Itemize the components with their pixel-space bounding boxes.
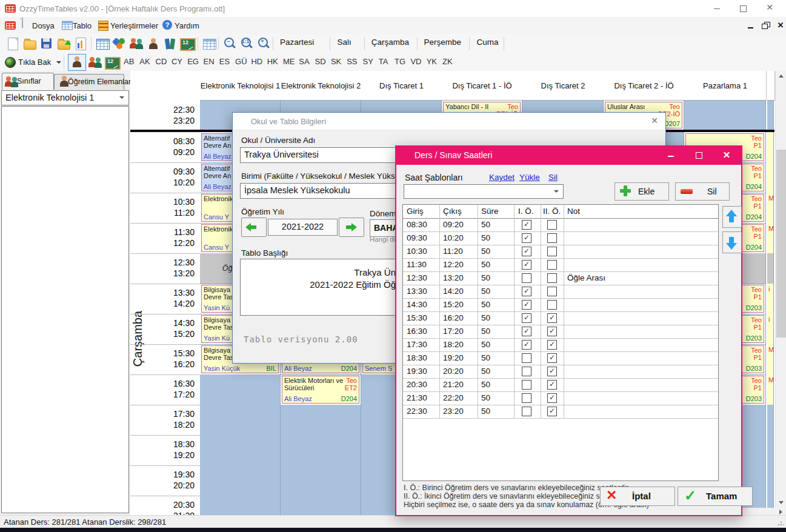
timetable-cell[interactable]: Elektrik Motorları veSürücüleriTeoET2Ali…: [281, 374, 361, 405]
hours-row[interactable]: 13:3014:2050✓: [403, 285, 718, 299]
first-education-checkbox[interactable]: ✓: [522, 247, 531, 256]
class-list[interactable]: [1, 106, 129, 513]
dialog-minimize-button[interactable]: [662, 148, 680, 162]
menu-yerlestirmeler[interactable]: Yerleştirmeler: [98, 19, 171, 32]
view-code-SK[interactable]: SK: [331, 57, 341, 66]
first-education-checkbox[interactable]: ✓: [522, 340, 531, 350]
dialog-close-icon[interactable]: ✕: [648, 116, 661, 125]
save-button[interactable]: [39, 36, 55, 52]
load-template-link[interactable]: Yükle: [519, 173, 540, 182]
timetable-cell-partial[interactable]: M: [767, 223, 774, 254]
timetable-cell-partial[interactable]: i: [767, 314, 774, 345]
move-down-button[interactable]: [722, 231, 742, 253]
second-education-checkbox[interactable]: ✓: [547, 313, 557, 323]
close-button[interactable]: ✕: [759, 0, 780, 17]
tab-siniflar[interactable]: Sınıflar: [2, 73, 54, 90]
view-code-ES[interactable]: ES: [219, 57, 230, 66]
view-code-YK[interactable]: YK: [427, 57, 437, 66]
hours-row[interactable]: 11:3012:2050✓: [403, 258, 718, 272]
mdi-close-button[interactable]: ✕: [774, 21, 786, 30]
scrollbar-thumb[interactable]: [776, 150, 786, 337]
first-education-checkbox[interactable]: ✓: [522, 300, 531, 310]
view-code-SA[interactable]: SA: [299, 57, 309, 66]
timetable-cell[interactable]: [684, 101, 766, 130]
teacher-view-button[interactable]: [68, 54, 86, 71]
first-education-checkbox[interactable]: ✓: [522, 220, 531, 230]
day-button-3[interactable]: Çarşamba: [369, 38, 411, 47]
class-view-button[interactable]: [87, 55, 102, 68]
view-code-CD[interactable]: CD: [156, 57, 167, 66]
hours-row[interactable]: 20:3021:2050✓: [403, 378, 718, 392]
save-as-button[interactable]: [56, 36, 72, 52]
hours-row[interactable]: 21:3022:2050✓: [403, 391, 718, 405]
second-education-checkbox[interactable]: ✓: [547, 407, 557, 416]
second-education-checkbox[interactable]: [547, 247, 557, 256]
zoom-reset-button[interactable]: 1:1: [239, 36, 255, 52]
second-education-checkbox[interactable]: [547, 287, 557, 296]
delete-template-link[interactable]: Sil: [548, 173, 558, 182]
view-code-VD[interactable]: VD: [410, 57, 421, 66]
view-code-EN[interactable]: EN: [204, 57, 215, 66]
zoom-out-button[interactable]: –: [222, 36, 238, 52]
day-button-4[interactable]: Perşembe: [422, 38, 464, 47]
year-prev-button[interactable]: [241, 218, 267, 237]
view-code-TA[interactable]: TA: [379, 57, 388, 66]
view-code-AB[interactable]: AB: [124, 57, 134, 66]
first-education-checkbox[interactable]: [522, 273, 531, 283]
day-button-1[interactable]: Pazartesi: [278, 38, 316, 47]
timetable-cell[interactable]: [281, 435, 361, 466]
placements-button[interactable]: [112, 36, 127, 52]
menu-yardim[interactable]: ? Yardım: [162, 19, 211, 32]
view-code-TG[interactable]: TG: [395, 57, 405, 66]
timetable-cell[interactable]: [200, 405, 281, 436]
hours-row[interactable]: 08:3009:2050✓: [403, 218, 718, 232]
first-education-checkbox[interactable]: ✓: [522, 233, 531, 243]
menu-dosya[interactable]: Dosya: [20, 19, 60, 32]
timetable-cell-partial[interactable]: [767, 162, 774, 193]
second-education-checkbox[interactable]: ✓: [547, 367, 557, 376]
resize-grip[interactable]: [778, 520, 784, 526]
year-next-button[interactable]: [339, 218, 364, 237]
view-code-ME[interactable]: ME: [283, 57, 295, 66]
second-education-checkbox[interactable]: ✓: [547, 380, 557, 390]
minimize-button[interactable]: [707, 0, 727, 17]
hours-row[interactable]: 15:3016:2050✓✓: [403, 311, 718, 325]
hours-row[interactable]: 22:3023:2050✓: [403, 405, 718, 419]
view-code-CY[interactable]: CY: [172, 57, 182, 66]
second-education-checkbox[interactable]: ✓: [547, 327, 557, 336]
first-education-checkbox[interactable]: [522, 367, 531, 376]
classes-button[interactable]: [128, 36, 144, 52]
hours-row[interactable]: 17:3018:2050✓✓: [403, 338, 718, 352]
view-code-HD[interactable]: HD: [251, 57, 262, 66]
cancel-button[interactable]: × İptal: [600, 487, 675, 506]
grid-view-button[interactable]: [201, 36, 217, 52]
timetable-cell[interactable]: [281, 405, 361, 436]
report-button[interactable]: [73, 36, 88, 52]
first-education-checkbox[interactable]: [522, 393, 531, 403]
mdi-minimize-button[interactable]: [745, 21, 758, 30]
maximize-button[interactable]: [733, 0, 753, 17]
hours-row[interactable]: 16:3017:2050✓✓: [403, 325, 718, 339]
teachers-button[interactable]: [145, 36, 161, 52]
second-education-checkbox[interactable]: [547, 300, 557, 310]
mdi-restore-button[interactable]: [760, 21, 772, 30]
scroll-down-arrow[interactable]: [776, 497, 786, 508]
class-select[interactable]: Elektronik Teknolojisi 1: [1, 90, 129, 105]
timetable-cell[interactable]: [281, 465, 361, 496]
hours-row[interactable]: 18:3019:2050✓: [403, 351, 718, 365]
second-education-checkbox[interactable]: [547, 233, 557, 243]
scroll-up-arrow[interactable]: [776, 71, 786, 81]
view-code-ZK[interactable]: ZK: [442, 57, 453, 66]
first-education-checkbox[interactable]: ✓: [522, 287, 531, 296]
timetable-cell[interactable]: [200, 465, 281, 496]
timetable-cell-partial[interactable]: i: [767, 284, 774, 314]
menu-tablo[interactable]: Tablo: [61, 19, 101, 32]
classrooms-button[interactable]: 12: [179, 36, 195, 52]
view-code-EG[interactable]: EG: [187, 57, 199, 66]
hours-row[interactable]: 12:3013:2050Öğle Arası: [403, 271, 718, 285]
first-education-checkbox[interactable]: ✓: [522, 260, 531, 270]
new-file-button[interactable]: [5, 36, 21, 52]
add-row-button[interactable]: Ekle: [614, 182, 669, 201]
view-code-SY[interactable]: SY: [363, 57, 373, 66]
first-education-checkbox[interactable]: ✓: [522, 327, 531, 336]
